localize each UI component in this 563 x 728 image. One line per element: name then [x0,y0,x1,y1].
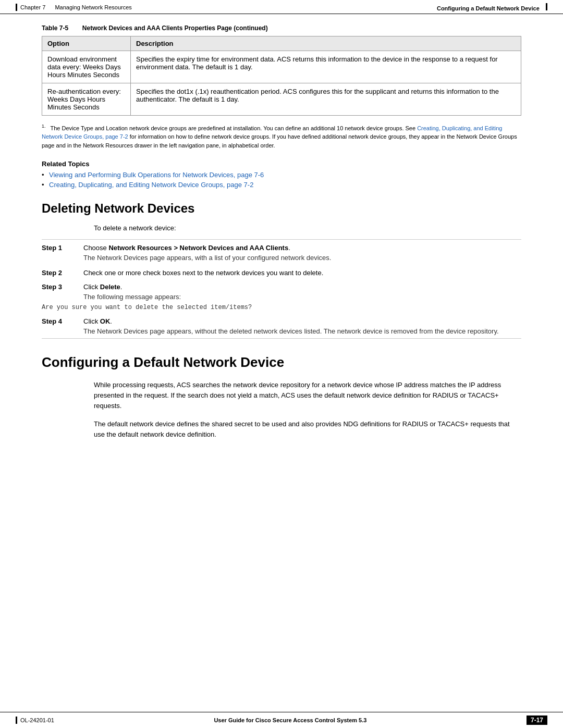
table-number: Table 7-5 [42,24,68,32]
step-1-bold: Network Resources > Network Devices and … [108,244,288,252]
related-topics-section: Related Topics Viewing and Performing Bu… [42,160,521,189]
col-header-option: Option [42,36,131,51]
header-bar: Chapter 7 Managing Network Resources Con… [0,0,563,14]
list-item: Creating, Duplicating, and Editing Netwo… [42,181,521,189]
footer-doc-number: OL-24201-01 [20,717,54,723]
step-4-content: Click OK. [83,317,521,325]
step-3-code: Are you sure you want to delete the sele… [42,304,521,311]
step-3-row: Step 3 Click Delete. [42,279,521,293]
step-1-note: The Network Devices page appears, with a… [83,254,521,262]
step-3-label: Step 3 [42,283,83,291]
step-4-label: Step 4 [42,317,83,325]
footer-page-number: 7-17 [527,715,547,725]
section2-para1: While processing requests, ACS searches … [94,380,521,411]
table-cell-option-1: Download environment data every: Weeks D… [42,51,131,83]
table-caption: Table 7-5 Network Devices and AAA Client… [42,24,521,32]
related-topics-title: Related Topics [42,160,521,168]
header-left: Chapter 7 Managing Network Resources [16,4,132,11]
table-cell-desc-1: Specifies the expiry time for environmen… [131,51,521,83]
section2-para2: The default network device defines the s… [94,419,521,440]
steps-section: Step 1 Choose Network Resources > Networ… [42,239,521,339]
step-1-content: Choose Network Resources > Network Devic… [83,244,521,252]
table-row: Download environment data every: Weeks D… [42,51,521,83]
table-caption-text: Network Devices and AAA Clients Properti… [82,24,268,32]
table-cell-desc-2: Specifies the dot1x (.1x) reauthenticati… [131,83,521,116]
section2-heading: Configuring a Default Network Device [42,354,521,371]
header-chapter: Chapter 7 [20,4,45,10]
col-header-description: Description [131,36,521,51]
related-link-1[interactable]: Viewing and Performing Bulk Operations f… [49,171,264,179]
list-item: Viewing and Performing Bulk Operations f… [42,171,521,179]
header-right: Configuring a Default Network Device [437,3,547,11]
step-4-note: The Network Devices page appears, withou… [83,327,521,335]
step-4-row: Step 4 Click OK. [42,313,521,327]
step-1-label: Step 1 [42,244,83,252]
footer-bar: OL-24201-01 User Guide for Cisco Secure … [0,712,563,728]
table-row: Re-authentication every: Weeks Days Hour… [42,83,521,116]
step-2-content: Check one or more check boxes next to th… [83,269,521,277]
step-2-label: Step 2 [42,269,83,277]
step-1-row: Step 1 Choose Network Resources > Networ… [42,240,521,254]
table-cell-option-2: Re-authentication every: Weeks Days Hour… [42,83,131,116]
footnote-number: 1. [42,124,46,129]
step-4-bold: OK [100,317,111,325]
header-bar-icon [16,4,17,11]
footer-left: OL-24201-01 [16,717,54,724]
main-content: Table 7-5 Network Devices and AAA Client… [0,14,563,489]
header-chapter-title: Managing Network Resources [55,4,131,10]
properties-table: Option Description Download environment … [42,36,521,116]
related-topics-list: Viewing and Performing Bulk Operations f… [42,171,521,189]
table-footnote: 1. The Device Type and Location network … [42,123,521,150]
section1-intro: To delete a network device: [94,224,521,232]
step-3-bold: Delete [100,283,120,291]
header-right-text: Configuring a Default Network Device [437,5,540,11]
step-3-note: The following message appears: [83,293,521,301]
footer-bar-icon [16,717,17,724]
step-2-row: Step 2 Check one or more check boxes nex… [42,265,521,279]
section1-heading: Deleting Network Devices [42,201,521,216]
header-right-bar-icon [546,3,547,10]
footer-right-text: User Guide for Cisco Secure Access Contr… [214,717,366,723]
related-link-2[interactable]: Creating, Duplicating, and Editing Netwo… [49,181,253,189]
step-3-content: Click Delete. [83,283,521,291]
